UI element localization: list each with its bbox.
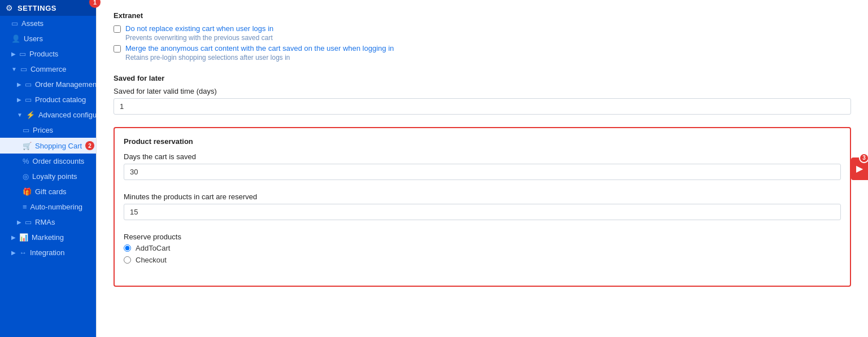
reserve-products-label: Reserve products: [124, 233, 841, 241]
sidebar-item-products[interactable]: ▶ ▭ Products: [0, 46, 96, 62]
loyalty-points-icon: ◎: [23, 172, 29, 181]
chevron-down-icon: ▼: [11, 66, 17, 72]
sidebar-item-label: RMAs: [35, 218, 55, 226]
extranet-label: Extranet: [114, 11, 851, 20]
sidebar-item-label: Shopping Cart: [35, 142, 82, 150]
shopping-cart-badge: 2: [85, 141, 94, 150]
gift-cards-icon: 🎁: [23, 187, 32, 196]
commerce-icon: ▭: [20, 65, 27, 73]
merge-anon-cart-label[interactable]: Merge the anonymous cart content with th…: [125, 44, 394, 52]
sidebar-item-prices[interactable]: ▭ Prices: [0, 122, 96, 138]
sidebar-item-integration[interactable]: ▶ ↔ Integration: [0, 245, 96, 260]
merge-anon-cart-hint: Retains pre-login shopping selections af…: [125, 54, 394, 62]
sidebar-item-loyalty-points[interactable]: ◎ Loyalty points: [0, 169, 96, 184]
product-catalog-icon: ▭: [25, 95, 32, 104]
rmas-icon: ▭: [25, 218, 32, 226]
checkout-radio[interactable]: [124, 256, 131, 264]
sidebar-item-users[interactable]: 👤 Users: [0, 31, 96, 46]
sidebar-item-order-management[interactable]: ▶ ▭ Order Management: [0, 77, 96, 92]
sidebar-item-label: Order discounts: [33, 157, 85, 165]
products-icon: ▭: [19, 50, 26, 58]
reserve-products-section: Reserve products AddToCart Checkout: [124, 233, 841, 264]
days-cart-saved-label: Days the cart is saved: [124, 152, 841, 161]
sidebar-item-rmas[interactable]: ▶ ▭ RMAs: [0, 215, 96, 230]
auto-numbering-icon: ≡: [23, 203, 27, 211]
sidebar-item-label: Products: [29, 50, 58, 58]
sidebar-item-gift-cards[interactable]: 🎁 Gift cards: [0, 184, 96, 199]
order-discounts-icon: %: [23, 157, 29, 165]
sidebar-item-label: Advanced configuration: [38, 111, 96, 119]
chevron-right-icon: ▶: [17, 219, 21, 225]
no-replace-cart-label[interactable]: Do not replace existing cart when user l…: [125, 24, 273, 33]
sidebar-item-label: Prices: [33, 126, 53, 134]
sidebar-item-label: Integration: [30, 248, 64, 257]
sidebar-item-commerce[interactable]: ▼ ▭ Commerce: [0, 62, 96, 77]
right-arrow-badge: 3: [859, 153, 868, 163]
chevron-right-icon: ▶: [11, 234, 16, 240]
sidebar-item-label: Assets: [21, 19, 43, 28]
shopping-cart-icon: 🛒: [23, 142, 32, 150]
sidebar-item-marketing[interactable]: ▶ 📊 Marketing: [0, 230, 96, 245]
sidebar-item-label: Gift cards: [35, 187, 67, 196]
sidebar-item-label: Loyalty points: [32, 172, 77, 181]
chevron-down-icon: ▼: [17, 112, 23, 118]
integration-icon: ↔: [19, 248, 27, 257]
right-arrow-icon: ▶: [856, 163, 863, 174]
sidebar-item-label: Auto-numbering: [30, 203, 83, 211]
chevron-right-icon: ▶: [11, 250, 16, 256]
sidebar-item-auto-numbering[interactable]: ≡ Auto-numbering: [0, 199, 96, 215]
addtocart-label[interactable]: AddToCart: [136, 244, 170, 252]
days-cart-saved-input[interactable]: [124, 164, 841, 180]
extranet-section: Extranet Do not replace existing cart wh…: [114, 11, 851, 62]
order-management-icon: ▭: [25, 80, 32, 89]
sidebar-item-label: Users: [24, 34, 43, 43]
sidebar-item-advanced-config[interactable]: ▼ ⚡ Advanced configuration: [0, 107, 96, 122]
main-content: Extranet Do not replace existing cart wh…: [97, 0, 868, 337]
sidebar-item-label: Order Management: [35, 80, 96, 89]
minutes-reserved-section: Minutes the products in cart are reserve…: [124, 192, 841, 220]
sidebar-item-label: Marketing: [32, 233, 64, 242]
no-replace-cart-row: Do not replace existing cart when user l…: [114, 24, 851, 42]
sidebar: ⚙ SETTINGS 1 ▭ Assets 👤 Users ▶ ▭ Produc…: [0, 0, 96, 337]
marketing-icon: 📊: [19, 233, 28, 242]
sidebar-item-assets[interactable]: ▭ Assets: [0, 16, 96, 31]
chevron-right-icon: ▶: [17, 81, 21, 87]
minutes-reserved-label: Minutes the products in cart are reserve…: [124, 192, 841, 201]
minutes-reserved-input[interactable]: [124, 204, 841, 220]
right-scroll-indicator[interactable]: ▶ 3: [851, 157, 868, 180]
prices-icon: ▭: [23, 126, 29, 134]
product-reservation-title: Product reservation: [124, 137, 841, 146]
saved-for-later-input[interactable]: [114, 98, 851, 115]
sidebar-nav: ▭ Assets 👤 Users ▶ ▭ Products ▼ ▭ Commer…: [0, 16, 96, 337]
addtocart-row: AddToCart: [124, 244, 841, 252]
no-replace-cart-hint: Prevents overwriting with the previous s…: [125, 34, 273, 42]
saved-for-later-label: Saved for later: [114, 74, 851, 82]
assets-icon: ▭: [11, 19, 18, 28]
settings-icon: ⚙: [6, 3, 13, 12]
sidebar-item-product-catalog[interactable]: ▶ ▭ Product catalog: [0, 92, 96, 107]
product-reservation-box: Product reservation Days the cart is sav…: [114, 127, 851, 287]
advanced-config-icon: ⚡: [26, 111, 35, 119]
users-icon: 👤: [11, 34, 20, 43]
sidebar-item-label: Commerce: [30, 65, 67, 73]
addtocart-radio[interactable]: [124, 244, 131, 252]
saved-for-later-section: Saved for later Saved for later valid ti…: [114, 74, 851, 115]
checkout-row: Checkout: [124, 256, 841, 264]
sidebar-header[interactable]: ⚙ SETTINGS 1: [0, 0, 96, 16]
no-replace-cart-checkbox[interactable]: [114, 25, 121, 33]
merge-anon-cart-row: Merge the anonymous cart content with th…: [114, 44, 851, 62]
sidebar-item-order-discounts[interactable]: % Order discounts: [0, 154, 96, 169]
sidebar-item-shopping-cart[interactable]: 🛒 Shopping Cart 2 ···: [0, 138, 96, 154]
days-cart-saved-section: Days the cart is saved: [124, 152, 841, 180]
sidebar-item-label: Product catalog: [35, 95, 86, 104]
chevron-right-icon: ▶: [17, 97, 21, 103]
chevron-right-icon: ▶: [11, 51, 16, 57]
merge-anon-cart-checkbox[interactable]: [114, 45, 121, 52]
checkout-label[interactable]: Checkout: [136, 256, 167, 264]
settings-label: SETTINGS: [18, 4, 56, 12]
saved-for-later-field-label: Saved for later valid time (days): [114, 87, 851, 95]
